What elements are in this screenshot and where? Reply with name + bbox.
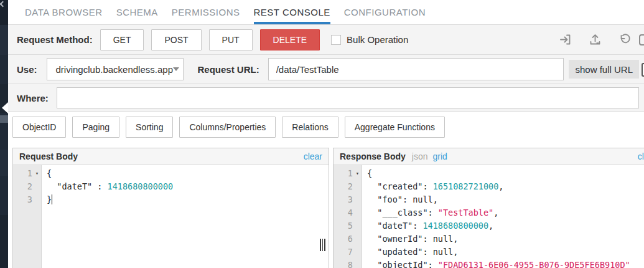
use-label: Use: bbox=[17, 64, 37, 75]
code-text: "dateT": 1418680800000, bbox=[362, 219, 493, 232]
request-actions bbox=[559, 33, 639, 46]
method-button-put[interactable]: PUT bbox=[209, 29, 253, 50]
code-text: { bbox=[362, 167, 372, 180]
code-line[interactable]: 6 "ownerId": null, bbox=[334, 232, 644, 246]
section-tabbar: DATA BROWSERSCHEMAPERMISSIONSREST CONSOL… bbox=[8, 0, 644, 24]
request-clear-link[interactable]: clear bbox=[304, 151, 322, 161]
line-number: 1▾ bbox=[334, 167, 362, 180]
domain-select[interactable]: drivingclub.backendless.app bbox=[47, 58, 184, 80]
line-number: 3 bbox=[13, 193, 42, 206]
code-line[interactable]: 2 "created": 1651082721000, bbox=[334, 180, 644, 193]
response-body-editor: 1▾{2 "created": 1651082721000,3 "foo": n… bbox=[334, 165, 644, 268]
where-row: Where: bbox=[8, 84, 644, 112]
domain-select-value: drivingclub.backendless.app bbox=[56, 64, 173, 75]
code-cursor bbox=[52, 194, 52, 204]
fold-spacer bbox=[353, 259, 362, 268]
bulk-operation-label: Bulk Operation bbox=[347, 34, 408, 45]
where-label: Where: bbox=[17, 93, 49, 103]
method-button-group: GETPOSTPUTDELETE bbox=[93, 29, 320, 50]
code-text: "___class": "TestTable", bbox=[362, 206, 498, 219]
main-content: DATA BROWSERSCHEMAPERMISSIONSREST CONSOL… bbox=[8, 0, 644, 268]
tab-schema[interactable]: SCHEMA bbox=[116, 0, 158, 24]
code-line[interactable]: 3} bbox=[13, 193, 329, 206]
request-url-label: Request URL: bbox=[198, 64, 259, 75]
panel-resize-handle[interactable] bbox=[320, 239, 325, 251]
sidebar-segment bbox=[0, 25, 8, 55]
request-body-editor[interactable]: 1▾{2 "dateT" : 14186808000003} bbox=[13, 165, 329, 268]
sign-in-icon[interactable] bbox=[559, 33, 572, 46]
response-body-header: Response Body json grid clear bbox=[334, 148, 644, 165]
code-text: } bbox=[42, 193, 52, 206]
filter-button-aggregate-functions[interactable]: Aggregate Functions bbox=[345, 117, 445, 138]
code-text: "dateT" : 1418680800000 bbox=[42, 180, 173, 193]
tab-data-browser[interactable]: DATA BROWSER bbox=[25, 0, 103, 24]
method-button-delete[interactable]: DELETE bbox=[260, 29, 320, 50]
active-section-notch bbox=[2, 102, 8, 113]
response-body-title: Response Body bbox=[340, 151, 406, 161]
fold-arrow-icon[interactable]: ▾ bbox=[353, 167, 362, 180]
code-text: "updated": null, bbox=[362, 246, 458, 259]
filter-button-paging[interactable]: Paging bbox=[72, 117, 119, 138]
sidebar-segment bbox=[0, 115, 8, 123]
request-method-row: Request Method: GETPOSTPUTDELETE Bulk Op… bbox=[8, 24, 644, 54]
bulk-operation-checkbox[interactable] bbox=[331, 35, 341, 45]
fold-spacer bbox=[353, 180, 362, 193]
line-number: 6 bbox=[334, 232, 362, 246]
code-line[interactable]: 4 "___class": "TestTable", bbox=[334, 206, 644, 219]
tab-rest-console[interactable]: REST CONSOLE bbox=[254, 0, 330, 24]
request-body-title: Request Body bbox=[19, 151, 78, 161]
undo-icon[interactable] bbox=[618, 33, 632, 46]
response-clear-link[interactable]: clear bbox=[638, 151, 644, 161]
line-number: 3 bbox=[334, 193, 362, 206]
filter-button-columns-properties[interactable]: Columns/Properties bbox=[179, 117, 276, 138]
line-number: 2 bbox=[334, 180, 362, 193]
sidebar-segment bbox=[0, 215, 8, 268]
clipped-button[interactable] bbox=[642, 63, 644, 77]
filter-button-relations[interactable]: Relations bbox=[282, 117, 338, 138]
line-number: 8 bbox=[334, 259, 362, 268]
fold-arrow-icon[interactable]: ▾ bbox=[32, 167, 42, 180]
code-text: "objectId": "FDAD6131-6E06-4955-B076-9DE… bbox=[362, 259, 630, 268]
code-text: "foo": null, bbox=[362, 193, 438, 206]
code-line[interactable]: 8 "objectId": "FDAD6131-6E06-4955-B076-9… bbox=[334, 259, 644, 268]
code-line[interactable]: 2 "dateT" : 1418680800000 bbox=[13, 180, 329, 193]
request-url-input[interactable] bbox=[268, 58, 564, 80]
fold-spacer bbox=[353, 193, 362, 206]
code-line[interactable]: 5 "dateT": 1418680800000, bbox=[334, 219, 644, 232]
request-body-header: Request Body clear bbox=[13, 148, 329, 165]
query-option-buttons: ObjectIDPagingSortingColumns/PropertiesR… bbox=[8, 112, 644, 148]
sidebar-segment bbox=[0, 150, 8, 176]
request-body-panel: Request Body clear 1▾{2 "dateT" : 141868… bbox=[12, 148, 329, 268]
line-number: 2 bbox=[13, 180, 42, 193]
method-button-get[interactable]: GET bbox=[100, 29, 144, 50]
tab-configuration[interactable]: CONFIGURATION bbox=[344, 0, 426, 24]
code-text: "ownerId": null, bbox=[362, 232, 458, 246]
code-line[interactable]: 7 "updated": null, bbox=[334, 246, 644, 259]
fold-spacer bbox=[353, 219, 362, 232]
code-line[interactable]: 1▾{ bbox=[13, 167, 329, 180]
method-button-post[interactable]: POST bbox=[151, 29, 201, 50]
filter-button-sorting[interactable]: Sorting bbox=[126, 117, 173, 138]
tab-permissions[interactable]: PERMISSIONS bbox=[172, 0, 240, 24]
filter-button-objectid[interactable]: ObjectID bbox=[12, 117, 66, 138]
code-text: { bbox=[42, 167, 52, 180]
where-input[interactable] bbox=[57, 87, 639, 108]
response-view-grid[interactable]: grid bbox=[433, 151, 447, 161]
fold-spacer bbox=[353, 246, 362, 259]
response-body-panel: Response Body json grid clear 1▾{2 "crea… bbox=[333, 148, 644, 268]
line-number: 4 bbox=[334, 206, 362, 219]
code-text: "created": 1651082721000, bbox=[362, 180, 503, 193]
clipped-icon[interactable] bbox=[639, 34, 644, 45]
response-view-json[interactable]: json bbox=[412, 151, 428, 161]
code-line[interactable]: 3 "foo": null, bbox=[334, 193, 644, 206]
request-method-label: Request Method: bbox=[17, 34, 93, 45]
fold-spacer bbox=[353, 232, 362, 246]
line-number: 7 bbox=[334, 246, 362, 259]
upload-icon[interactable] bbox=[589, 33, 602, 46]
line-number: 5 bbox=[334, 219, 362, 232]
chevron-down-icon bbox=[173, 67, 179, 71]
show-full-url-button[interactable]: show full URL bbox=[569, 60, 639, 79]
fold-spacer bbox=[32, 180, 42, 193]
code-line[interactable]: 1▾{ bbox=[334, 167, 644, 180]
collapsed-sidebar[interactable] bbox=[0, 0, 8, 268]
